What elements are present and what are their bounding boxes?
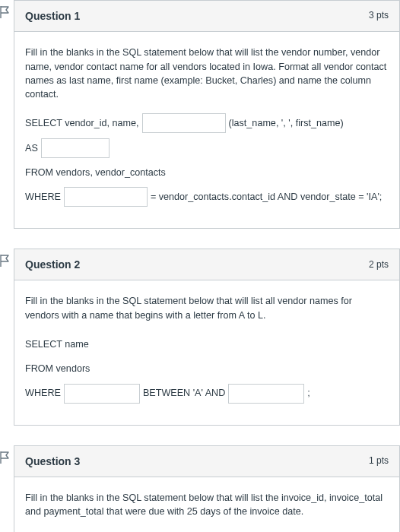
question-body: Fill in the blanks in the SQL statement … bbox=[14, 32, 400, 229]
blank-input[interactable] bbox=[64, 187, 148, 207]
sql-text: FROM vendors bbox=[25, 357, 90, 380]
sql-text: BETWEEN 'A' AND bbox=[143, 382, 225, 404]
question-body: Fill in the blanks in the SQL statement … bbox=[14, 280, 400, 425]
flag-icon[interactable] bbox=[0, 255, 10, 267]
question-header: Question 2 2 pts bbox=[14, 249, 400, 280]
sql-text: SELECT vendor_id, name, bbox=[25, 112, 139, 135]
sql-block: SELECT name FROM vendors WHERE BETWEEN '… bbox=[25, 333, 389, 405]
question-title: Question 2 bbox=[25, 257, 80, 272]
sql-text: FROM vendors, vendor_contacts bbox=[25, 161, 166, 184]
question-instructions: Fill in the blanks in the SQL statement … bbox=[25, 294, 389, 322]
question-instructions: Fill in the blanks in the SQL statement … bbox=[25, 491, 389, 519]
blank-input[interactable] bbox=[228, 384, 304, 404]
question-title: Question 3 bbox=[25, 454, 80, 469]
sql-text: SELECT name bbox=[25, 333, 89, 356]
sql-block: SELECT invoice_id, invoice_total , payme… bbox=[25, 529, 389, 532]
blank-input[interactable] bbox=[41, 138, 110, 158]
sql-text: SELECT invoice_id, invoice_total , payme… bbox=[25, 529, 234, 532]
question-instructions: Fill in the blanks in the SQL statement … bbox=[25, 46, 389, 101]
sql-text: = vendor_contacts.contact_id AND vendor_… bbox=[151, 185, 382, 208]
question-points: 1 pts bbox=[369, 454, 389, 467]
sql-text: WHERE bbox=[25, 382, 61, 404]
sql-text: AS bbox=[25, 137, 38, 160]
question-header: Question 1 3 pts bbox=[14, 0, 400, 32]
flag-icon[interactable] bbox=[0, 6, 10, 18]
question-1: Question 1 3 pts Fill in the blanks in t… bbox=[14, 0, 400, 229]
flag-icon[interactable] bbox=[0, 451, 10, 464]
sql-text: (last_name, ', ', first_name) bbox=[229, 112, 344, 135]
blank-input[interactable] bbox=[64, 384, 140, 404]
sql-text: ; bbox=[307, 382, 310, 404]
question-points: 3 pts bbox=[369, 9, 389, 22]
question-points: 2 pts bbox=[369, 258, 389, 271]
sql-block: SELECT vendor_id, name, (last_name, ', '… bbox=[25, 112, 389, 208]
sql-text: WHERE bbox=[25, 185, 61, 208]
question-3: Question 3 1 pts Fill in the blanks in t… bbox=[14, 445, 400, 532]
question-2: Question 2 2 pts Fill in the blanks in t… bbox=[14, 249, 400, 425]
question-header: Question 3 1 pts bbox=[14, 445, 400, 477]
blank-input[interactable] bbox=[142, 113, 226, 133]
question-body: Fill in the blanks in the SQL statement … bbox=[14, 477, 400, 532]
question-title: Question 1 bbox=[25, 8, 80, 24]
